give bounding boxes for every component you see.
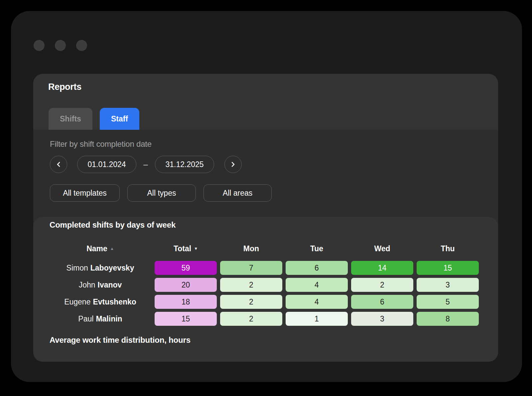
filter-all-templates-button[interactable]: All templates bbox=[50, 184, 120, 202]
last-name: Evtushenko bbox=[93, 297, 136, 306]
filter-section: Filter by shift completion date 01.01.20… bbox=[33, 130, 498, 226]
column-header-label: Mon bbox=[243, 244, 259, 253]
value-cell: 6 bbox=[286, 261, 348, 275]
filter-label: Filter by shift completion date bbox=[50, 139, 152, 149]
filter-buttons-row: All templates All types All areas bbox=[50, 184, 272, 202]
value-cell: 15 bbox=[155, 312, 217, 326]
column-header-label: Name bbox=[86, 244, 107, 253]
first-name: Simon bbox=[66, 264, 88, 273]
first-name: John bbox=[79, 281, 95, 290]
column-header-label: Tue bbox=[310, 244, 323, 253]
column-header-name[interactable]: Name ▲ bbox=[49, 244, 151, 253]
date-range-row: 01.01.2024 – 31.12.2025 bbox=[50, 156, 242, 173]
value-cell: 4 bbox=[286, 278, 348, 292]
reports-card: Reports Shifts Staff bbox=[33, 74, 498, 130]
column-header-tue[interactable]: Tue bbox=[286, 244, 348, 253]
page-title: Reports bbox=[48, 82, 81, 92]
value-cell: 8 bbox=[417, 312, 479, 326]
prev-period-button[interactable] bbox=[50, 156, 67, 173]
tab-staff[interactable]: Staff bbox=[100, 108, 139, 130]
value-cell: 2 bbox=[220, 278, 282, 292]
value-cell: 20 bbox=[155, 278, 217, 292]
table-row-name: EugeneEvtushenko bbox=[49, 295, 151, 309]
column-header-mon[interactable]: Mon bbox=[220, 244, 282, 253]
value-cell: 4 bbox=[286, 295, 348, 309]
column-header-label: Thu bbox=[441, 244, 455, 253]
column-header-thu[interactable]: Thu bbox=[417, 244, 479, 253]
value-cell: 2 bbox=[220, 312, 282, 326]
value-cell: 3 bbox=[351, 312, 413, 326]
value-cell: 15 bbox=[417, 261, 479, 275]
table-row-name: SimonLaboyevsky bbox=[49, 261, 151, 275]
chevron-right-icon bbox=[231, 162, 235, 167]
chevron-left-icon bbox=[56, 162, 61, 167]
value-cell: 2 bbox=[220, 295, 282, 309]
table-header: Name ▲ Total ▼ Mon Tue Wed Thu bbox=[49, 244, 480, 253]
tab-bar: Shifts Staff bbox=[49, 108, 139, 130]
value-cell: 18 bbox=[155, 295, 217, 309]
value-cell: 59 bbox=[155, 261, 217, 275]
filter-all-types-button[interactable]: All types bbox=[127, 184, 196, 202]
value-cell: 7 bbox=[220, 261, 282, 275]
value-cell: 1 bbox=[286, 312, 348, 326]
value-cell: 14 bbox=[351, 261, 413, 275]
footer-title: Average work time distribution, hours bbox=[50, 335, 191, 345]
app-window: Reports Shifts Staff Filter by shift com… bbox=[11, 11, 522, 382]
table-row-name: PaulMalinin bbox=[49, 312, 151, 326]
tab-shifts[interactable]: Shifts bbox=[49, 108, 92, 130]
last-name: Malinin bbox=[96, 314, 122, 323]
filter-all-areas-button[interactable]: All areas bbox=[203, 184, 272, 202]
last-name: Laboyevsky bbox=[90, 264, 134, 273]
column-header-label: Total bbox=[174, 244, 191, 253]
table-card: Completed shifts by days of week Name ▲ … bbox=[33, 217, 498, 362]
first-name: Eugene bbox=[64, 297, 90, 306]
window-dot-icon[interactable] bbox=[55, 40, 66, 51]
triangle-up-icon: ▲ bbox=[110, 247, 114, 251]
value-cell: 6 bbox=[351, 295, 413, 309]
value-cell: 5 bbox=[417, 295, 479, 309]
table-row-name: JohnIvanov bbox=[49, 278, 151, 292]
window-dot-icon[interactable] bbox=[76, 40, 87, 51]
first-name: Paul bbox=[78, 314, 93, 323]
shifts-table-body: SimonLaboyevsky59761415JohnIvanov202423E… bbox=[49, 261, 480, 326]
value-cell: 2 bbox=[351, 278, 413, 292]
column-header-total[interactable]: Total ▼ bbox=[155, 244, 217, 253]
range-separator: – bbox=[142, 160, 150, 169]
column-header-label: Wed bbox=[374, 244, 390, 253]
page-background: Reports Shifts Staff Filter by shift com… bbox=[0, 0, 532, 396]
date-to-field[interactable]: 31.12.2025 bbox=[155, 156, 214, 173]
window-dot-icon[interactable] bbox=[34, 40, 45, 51]
next-period-button[interactable] bbox=[224, 156, 242, 173]
value-cell: 3 bbox=[417, 278, 479, 292]
date-from-field[interactable]: 01.01.2024 bbox=[77, 156, 136, 173]
window-controls bbox=[34, 40, 87, 51]
last-name: Ivanov bbox=[98, 281, 122, 290]
section-title: Completed shifts by days of week bbox=[50, 220, 176, 230]
triangle-down-icon: ▼ bbox=[194, 247, 198, 251]
column-header-wed[interactable]: Wed bbox=[351, 244, 413, 253]
